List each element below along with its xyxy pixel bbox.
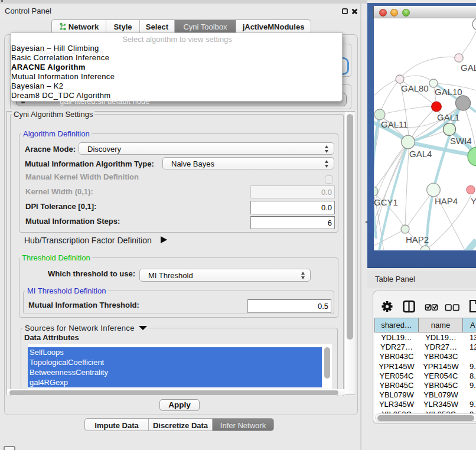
svg-text:GCY1: GCY1 bbox=[374, 197, 398, 207]
svg-text:GAL4: GAL4 bbox=[409, 149, 432, 159]
svg-text:HAP4: HAP4 bbox=[435, 196, 458, 206]
svg-text:GAL80: GAL80 bbox=[401, 83, 429, 93]
svg-text:Y: Y bbox=[471, 196, 476, 206]
svg-text:GAL11: GAL11 bbox=[381, 119, 408, 129]
svg-text:HAP2: HAP2 bbox=[406, 234, 429, 244]
svg-text:SWI4: SWI4 bbox=[450, 136, 472, 146]
svg-text:GAL1: GAL1 bbox=[437, 112, 459, 122]
svg-text:GAL10: GAL10 bbox=[435, 87, 462, 97]
svg-text:GAL: GAL bbox=[461, 63, 476, 73]
